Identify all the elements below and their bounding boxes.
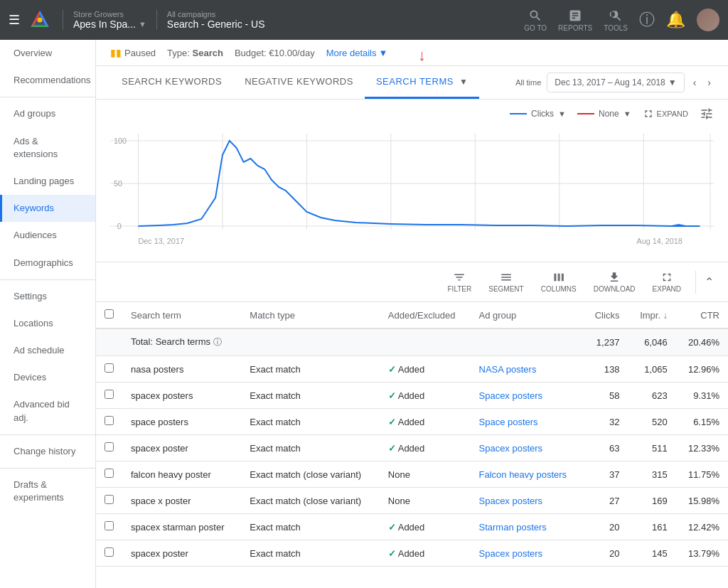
sidebar-item-overview[interactable]: Overview xyxy=(0,40,95,67)
chart-expand-btn[interactable]: EXPAND xyxy=(643,108,688,119)
table-row: spacex posters Exact match ✓ Added Space… xyxy=(96,383,728,409)
expand-table-btn[interactable]: EXPAND xyxy=(647,268,687,296)
added-check-icon: ✓ xyxy=(388,364,396,375)
tools-btn[interactable]: TOOLS xyxy=(604,9,628,32)
segment-btn[interactable]: SEGMENT xyxy=(483,268,529,296)
row-checkbox-cell xyxy=(96,488,122,514)
date-prev-arrow[interactable]: ‹ xyxy=(690,74,700,91)
row-added: None xyxy=(380,461,471,488)
row-checkbox[interactable] xyxy=(105,363,114,373)
legend-clicks[interactable]: Clicks ▼ xyxy=(510,109,566,119)
row-checkbox[interactable] xyxy=(105,469,114,478)
row-match-type: Exact match (close variant) xyxy=(241,488,380,514)
row-checkbox[interactable] xyxy=(105,442,114,451)
goto-btn[interactable]: GO TO xyxy=(524,9,547,32)
row-impr: 511 xyxy=(628,435,675,461)
row-checkbox[interactable] xyxy=(105,390,114,399)
google-ads-logo xyxy=(30,10,50,30)
legend-none[interactable]: None ▼ xyxy=(577,109,631,119)
row-clicks: 37 xyxy=(583,461,628,488)
row-checkbox[interactable] xyxy=(105,416,114,425)
sort-impr-icon[interactable]: ↓ xyxy=(663,311,668,321)
data-table: Search term Match type Added/Excluded Ad… xyxy=(96,302,728,567)
table-toolbar: FILTER SEGMENT COLUMNS DOWNLOAD EXPAND ⌃ xyxy=(96,262,728,302)
table-row: falcon heavy poster Exact match (close v… xyxy=(96,461,728,488)
table-row: spacex poster Exact match ✓ Added Spacex… xyxy=(96,435,728,461)
row-match-type: Exact match xyxy=(241,540,380,567)
table-total-row: Total: Search terms ⓘ 1,237 6,046 20.46% xyxy=(96,328,728,356)
select-all-checkbox[interactable] xyxy=(105,309,114,319)
sidebar-item-landing-pages[interactable]: Landing pages xyxy=(0,168,95,195)
row-impr: 161 xyxy=(628,514,675,540)
sidebar-item-keywords[interactable]: Keywords xyxy=(0,195,95,222)
row-ad-group[interactable]: Starman posters xyxy=(471,514,584,540)
hamburger-menu[interactable]: ☰ xyxy=(9,12,20,28)
row-ad-group[interactable]: Space posters xyxy=(471,409,584,435)
notifications-icon[interactable]: 🔔 xyxy=(666,11,685,29)
row-checkbox-cell xyxy=(96,461,122,488)
row-checkbox-cell xyxy=(96,383,122,409)
download-btn[interactable]: DOWNLOAD xyxy=(588,268,641,296)
chart-settings-icon[interactable] xyxy=(700,107,714,121)
row-impr: 315 xyxy=(628,461,675,488)
date-next-arrow[interactable]: › xyxy=(705,74,714,91)
row-ctr: 13.79% xyxy=(676,540,728,567)
row-ad-group[interactable]: Spacex posters xyxy=(471,435,584,461)
all-campaigns-label: All campaigns xyxy=(167,10,524,18)
filter-btn[interactable]: FILTER xyxy=(442,268,478,296)
campaign-name: Search - Generic - US xyxy=(167,18,524,30)
date-selector[interactable]: Dec 13, 2017 – Aug 14, 2018 ▼ xyxy=(547,73,684,92)
sidebar-item-change-history[interactable]: Change history xyxy=(0,438,95,465)
sidebar-item-audiences[interactable]: Audiences xyxy=(0,222,95,249)
row-ad-group[interactable]: Falcon heavy posters xyxy=(471,461,584,488)
tab-negative-keywords[interactable]: NEGATIVE KEYWORDS xyxy=(233,66,365,99)
sidebar-item-ad-schedule[interactable]: Ad schedule xyxy=(0,337,95,364)
sidebar-item-settings[interactable]: Settings xyxy=(0,283,95,310)
chart-area: Clicks ▼ None ▼ EXPAND xyxy=(96,100,728,262)
avatar[interactable] xyxy=(697,9,719,31)
row-checkbox[interactable] xyxy=(105,495,114,504)
date-dropdown-icon: ▼ xyxy=(668,77,677,87)
row-ad-group[interactable]: Spacex posters xyxy=(471,488,584,514)
total-added xyxy=(380,328,471,356)
total-impr: 6,046 xyxy=(628,328,675,356)
tab-search-terms[interactable]: SEARCH TERMS ▼ ↓ xyxy=(365,66,480,99)
sidebar-item-recommendations[interactable]: Recommendations xyxy=(0,67,95,94)
account-name[interactable]: Apes In Spa... ▼ xyxy=(73,18,146,30)
sidebar-item-ads-extensions[interactable]: Ads & extensions xyxy=(0,128,95,168)
row-ad-group[interactable]: Spacex posters xyxy=(471,540,584,567)
row-term: spacex poster xyxy=(122,540,241,567)
legend-none-dropdown[interactable]: ▼ xyxy=(623,109,631,118)
columns-btn[interactable]: COLUMNS xyxy=(535,268,582,296)
legend-clicks-dropdown[interactable]: ▼ xyxy=(558,109,566,118)
sidebar-item-demographics[interactable]: Demographics xyxy=(0,250,95,277)
sidebar-item-devices[interactable]: Devices xyxy=(0,364,95,391)
status-budget: Budget: €10.00/day xyxy=(235,48,315,58)
row-impr: 1,065 xyxy=(628,356,675,383)
row-ad-group[interactable]: Spacex posters xyxy=(471,383,584,409)
reports-btn[interactable]: REPORTS xyxy=(558,9,592,32)
total-clicks: 1,237 xyxy=(583,328,628,356)
row-checkbox[interactable] xyxy=(105,547,114,557)
svg-text:50: 50 xyxy=(114,179,122,188)
chevron-down-icon: ▼ xyxy=(379,48,388,58)
help-icon[interactable]: ⓘ xyxy=(639,9,655,31)
table-row: nasa posters Exact match ✓ Added NASA po… xyxy=(96,356,728,383)
row-term: nasa posters xyxy=(122,356,241,383)
row-added: ✓ Added xyxy=(380,435,471,461)
row-checkbox[interactable] xyxy=(105,521,114,530)
tab-search-keywords[interactable]: SEARCH KEYWORDS xyxy=(110,66,233,99)
row-ad-group[interactable]: NASA posters xyxy=(471,356,584,383)
sidebar-item-drafts-experiments[interactable]: Drafts & experiments xyxy=(0,471,95,511)
total-help-icon[interactable]: ⓘ xyxy=(213,337,222,347)
added-check-icon: ✓ xyxy=(388,417,396,427)
row-term: falcon heavy poster xyxy=(122,461,241,488)
chart-wrapper: 100 50 0 Dec 13, 2017 Aug 14, 2018 xyxy=(110,127,714,255)
more-details-btn[interactable]: More details ▼ xyxy=(326,48,388,58)
sidebar-item-ad-groups[interactable]: Ad groups xyxy=(0,100,95,127)
row-impr: 520 xyxy=(628,409,675,435)
sidebar-item-advanced-bid[interactable]: Advanced bid adj. xyxy=(0,391,95,431)
collapse-chart-btn[interactable]: ⌃ xyxy=(705,275,714,289)
sidebar-item-locations[interactable]: Locations xyxy=(0,310,95,337)
row-ctr: 12.33% xyxy=(676,435,728,461)
